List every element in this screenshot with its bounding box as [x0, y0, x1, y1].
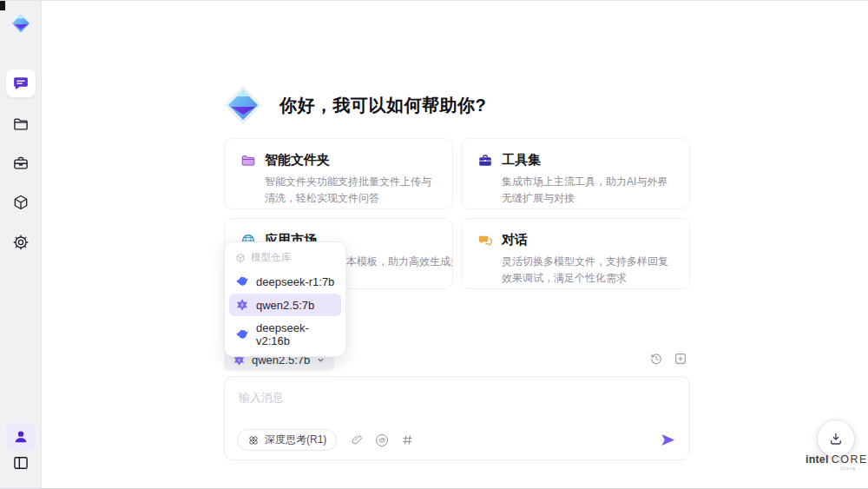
model-option-qwen[interactable]: qwen2.5:7b [229, 294, 341, 316]
cube-icon [12, 194, 30, 211]
intel-wordmark: intel [806, 453, 829, 466]
user-icon [12, 428, 30, 446]
sidebar [0, 1, 42, 489]
panel-icon [12, 454, 30, 472]
history-button[interactable] [649, 352, 665, 367]
sidebar-item-models[interactable] [6, 188, 36, 216]
download-button[interactable] [818, 420, 854, 457]
card-title: 智能文件夹 [265, 152, 330, 169]
model-dropdown-header-label: 模型仓库 [251, 251, 291, 264]
model-option-label: deepseek-r1:7b [256, 275, 334, 288]
gear-icon [12, 234, 30, 251]
app-logo-icon [9, 11, 33, 36]
deepseek-whale-icon [235, 327, 249, 341]
sidebar-item-chat[interactable] [6, 69, 36, 97]
greeting-header: 你好，我可以如何帮助你? [222, 84, 486, 126]
card-description: 集成市场上主流工具，助力AI与外界无缝扩展与对接 [502, 174, 674, 206]
composer-toolbar: 深度思考(R1) @ [237, 429, 677, 451]
history-icon [649, 352, 663, 366]
sidebar-item-folders[interactable] [6, 110, 36, 138]
purple-folder-icon [240, 153, 256, 169]
new-chat-button[interactable] [674, 352, 689, 367]
core-wordmark: CORE [832, 453, 868, 466]
sidebar-item-profile[interactable] [6, 423, 36, 451]
intel-core-badge: intelCORE Ultra [806, 453, 859, 471]
card-title: 工具集 [502, 152, 541, 169]
deepthink-atom-icon [247, 434, 260, 446]
composer-attachments: @ [350, 433, 414, 447]
download-icon [828, 431, 844, 446]
deep-think-label: 深度思考(R1) [265, 433, 326, 447]
grid-hash-icon [401, 433, 414, 446]
card-smart-folder[interactable]: 智能文件夹 智能文件夹功能支持批量文件上传与清洗，轻松实现文件问答 [224, 138, 453, 209]
sidebar-item-settings[interactable] [6, 228, 36, 256]
card-description: 灵活切换多模型文件，支持多样回复效果调试，满足个性化需求 [502, 254, 674, 286]
new-chat-icon [674, 352, 687, 366]
intel-tier-label: Ultra [806, 466, 856, 471]
model-option-deepseek-v2[interactable]: deepseek-v2:16b [229, 317, 341, 352]
message-composer: 深度思考(R1) @ [224, 376, 690, 460]
model-option-deepseek-r1[interactable]: deepseek-r1:7b [229, 270, 341, 293]
mention-button[interactable]: @ [375, 433, 389, 447]
sidebar-item-toolbox[interactable] [6, 149, 36, 177]
card-description: 智能文件夹功能支持批量文件上传与清洗，轻松实现文件问答 [265, 174, 437, 206]
send-icon [660, 432, 676, 448]
amber-chat-icon [477, 233, 493, 248]
model-dropdown-header: 模型仓库 [229, 247, 341, 269]
sidebar-item-collapse-panel[interactable] [6, 449, 36, 477]
chat-icon [12, 75, 30, 92]
attach-file-button[interactable] [350, 433, 364, 447]
message-input[interactable] [225, 377, 689, 427]
model-dropdown: 模型仓库 deepseek-r1:7b qwen2.5:7b deepseek-… [224, 241, 346, 357]
briefcase-icon [12, 155, 30, 172]
assistant-logo-icon [222, 84, 264, 126]
card-toolset[interactable]: 工具集 集成市场上主流工具，助力AI与外界无缝扩展与对接 [461, 138, 690, 209]
card-title: 对话 [502, 232, 528, 248]
card-conversation[interactable]: 对话 灵活切换多模型文件，支持多样回复效果调试，满足个性化需求 [461, 218, 690, 289]
greeting-text: 你好，我可以如何帮助你? [279, 94, 486, 117]
conversation-actions [649, 352, 689, 367]
prompt-library-button[interactable] [400, 433, 414, 447]
deep-think-toggle[interactable]: 深度思考(R1) [237, 429, 337, 451]
qwen-icon [235, 298, 249, 312]
model-option-label: deepseek-v2:16b [256, 321, 335, 347]
at-circle-icon: @ [376, 434, 388, 446]
folder-icon [12, 116, 30, 133]
card-description-partial: 本模板，助力高效生成多 [346, 254, 437, 270]
send-button[interactable] [660, 432, 677, 449]
repo-icon [235, 253, 246, 263]
model-option-label: qwen2.5:7b [256, 299, 314, 312]
window-corner-notch [0, 1, 5, 10]
indigo-briefcase-icon [477, 153, 493, 169]
deepseek-whale-icon [235, 274, 249, 288]
paperclip-icon [351, 433, 364, 446]
